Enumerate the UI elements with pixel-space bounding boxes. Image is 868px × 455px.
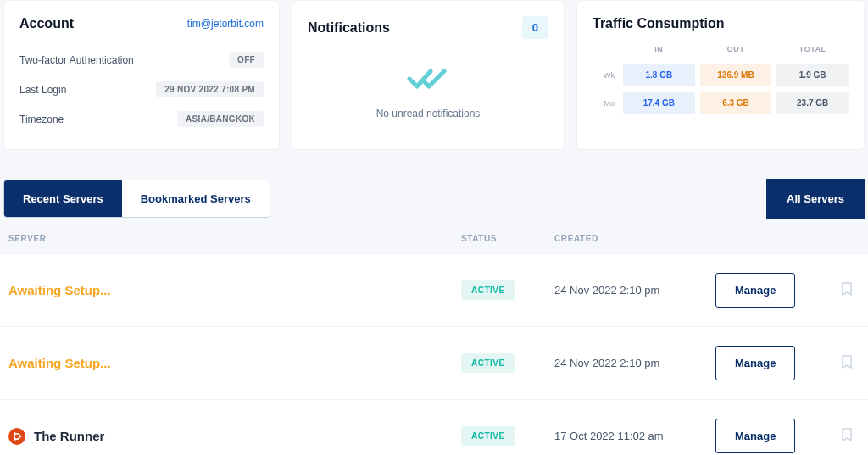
traffic-wk-total: 1.9 GB <box>776 64 849 86</box>
status-badge: ACTIVE <box>461 280 515 300</box>
tz-value: ASIA/BANGKOK <box>177 111 264 127</box>
lastlogin-label: Last Login <box>19 84 66 96</box>
twofa-row: Two-factor Authentication OFF <box>19 45 264 75</box>
svg-point-2 <box>14 432 16 435</box>
col-created: CREATED <box>554 234 715 243</box>
svg-point-3 <box>14 438 16 441</box>
traffic-mo-out: 6.3 GB <box>700 92 772 114</box>
traffic-row-mo: Mo <box>593 99 618 108</box>
manage-button[interactable]: Manage <box>715 346 795 380</box>
traffic-wk-in: 1.8 GB <box>623 64 695 86</box>
traffic-col-total: TOTAL <box>776 45 849 58</box>
server-row: Awaiting Setup...ACTIVE24 Nov 2022 2:10 … <box>0 253 868 326</box>
manage-button[interactable]: Manage <box>715 273 795 308</box>
status-badge: ACTIVE <box>461 426 515 446</box>
notifications-count-badge: 0 <box>522 16 548 39</box>
twofa-label: Two-factor Authentication <box>19 54 134 66</box>
notifications-empty-text: No unread notifications <box>376 108 481 119</box>
tab-recent-servers[interactable]: Recent Servers <box>4 180 122 217</box>
server-created: 24 Nov 2022 2:10 pm <box>554 284 715 297</box>
traffic-mo-total: 23.7 GB <box>776 92 849 114</box>
ubuntu-icon <box>8 428 25 445</box>
bookmark-icon[interactable] <box>834 354 860 373</box>
traffic-card: Traffic Consumption IN OUT TOTAL Wk 1.8 … <box>576 0 865 150</box>
server-name-link[interactable]: Awaiting Setup... <box>8 283 111 297</box>
traffic-col-in: IN <box>623 45 695 58</box>
server-row: The RunnerACTIVE17 Oct 2022 11:02 amMana… <box>0 399 868 455</box>
lastlogin-value: 29 NOV 2022 7:08 PM <box>156 81 264 97</box>
server-created: 17 Oct 2022 11:02 am <box>554 430 715 442</box>
account-card: Account tim@jetorbit.com Two-factor Auth… <box>3 0 280 150</box>
all-servers-button[interactable]: All Servers <box>766 179 865 219</box>
double-check-icon <box>407 67 449 94</box>
server-row: Awaiting Setup...ACTIVE24 Nov 2022 2:10 … <box>0 326 868 399</box>
lastlogin-row: Last Login 29 NOV 2022 7:08 PM <box>19 75 264 104</box>
account-email-link[interactable]: tim@jetorbit.com <box>187 18 264 30</box>
col-status: STATUS <box>461 234 554 243</box>
bookmark-icon[interactable] <box>834 427 860 446</box>
notifications-card: Notifications 0 No unread notifications <box>292 0 565 150</box>
notifications-title: Notifications <box>308 20 390 36</box>
traffic-mo-in: 17.4 GB <box>623 92 695 114</box>
twofa-value: OFF <box>229 52 264 68</box>
status-badge: ACTIVE <box>461 353 515 373</box>
traffic-wk-out: 136.9 MB <box>700 64 772 86</box>
traffic-col-out: OUT <box>700 45 772 58</box>
account-title: Account <box>19 16 74 31</box>
col-server: SERVER <box>8 234 461 243</box>
server-name-link[interactable]: Awaiting Setup... <box>8 356 111 370</box>
server-name-link[interactable]: The Runner <box>34 429 104 443</box>
manage-button[interactable]: Manage <box>715 419 795 453</box>
bookmark-icon[interactable] <box>834 281 860 300</box>
traffic-title: Traffic Consumption <box>593 16 725 31</box>
tz-label: Timezone <box>19 114 64 125</box>
server-created: 24 Nov 2022 2:10 pm <box>554 357 715 369</box>
server-tabs: Recent Servers Bookmarked Servers <box>3 180 270 218</box>
tab-bookmarked-servers[interactable]: Bookmarked Servers <box>122 180 270 217</box>
tz-row: Timezone ASIA/BANGKOK <box>19 104 264 134</box>
svg-point-1 <box>19 435 22 437</box>
traffic-row-wk: Wk <box>593 71 618 80</box>
